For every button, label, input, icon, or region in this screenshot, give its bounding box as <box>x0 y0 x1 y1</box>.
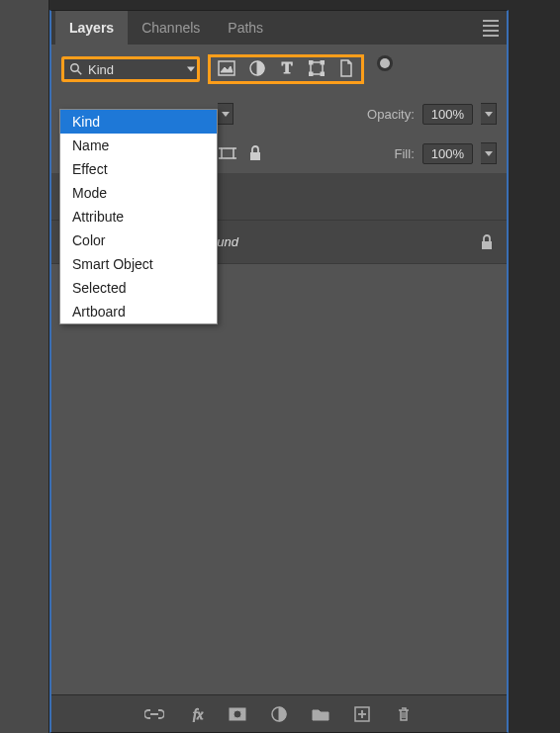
tab-paths[interactable]: Paths <box>214 11 277 45</box>
filter-option-kind[interactable]: Kind <box>60 110 217 134</box>
filter-kind-icons: T <box>208 54 364 84</box>
filter-type-menu: Kind Name Effect Mode Attribute Color Sm… <box>59 109 218 324</box>
svg-rect-11 <box>222 148 233 158</box>
type-icon[interactable]: T <box>279 60 295 79</box>
svg-rect-9 <box>309 72 313 76</box>
opacity-label: Opacity: <box>367 107 415 122</box>
svg-marker-3 <box>221 66 233 72</box>
filter-toggle-switch[interactable] <box>380 58 390 68</box>
svg-rect-17 <box>482 241 492 249</box>
search-icon <box>70 63 82 75</box>
chevron-down-icon <box>187 67 195 72</box>
svg-rect-8 <box>321 60 325 64</box>
filter-type-dropdown[interactable]: Kind <box>61 56 200 82</box>
filter-type-label: Kind <box>88 62 114 77</box>
svg-rect-2 <box>219 61 234 75</box>
left-panel-stub <box>0 0 49 733</box>
filter-option-artboard[interactable]: Artboard <box>60 300 217 323</box>
smartobject-icon[interactable] <box>338 59 354 80</box>
svg-point-0 <box>71 64 79 72</box>
svg-rect-10 <box>321 72 325 76</box>
filter-option-name[interactable]: Name <box>60 134 217 157</box>
filter-option-color[interactable]: Color <box>60 229 217 252</box>
filter-option-mode[interactable]: Mode <box>60 181 217 205</box>
tab-layers[interactable]: Layers <box>55 11 128 45</box>
panel-menu-button[interactable] <box>479 16 503 40</box>
filter-option-smart-object[interactable]: Smart Object <box>60 252 217 276</box>
svg-rect-16 <box>250 152 260 160</box>
opacity-chevron[interactable] <box>481 103 497 125</box>
lock-artboard-icon[interactable] <box>218 144 237 162</box>
lock-all-icon[interactable] <box>245 144 265 162</box>
layers-bottom-bar: fx <box>51 694 507 732</box>
delete-layer-icon[interactable] <box>394 704 414 724</box>
new-layer-icon[interactable] <box>352 704 372 724</box>
panel-tabs: Layers Channels Paths <box>51 11 507 45</box>
fill-label: Fill: <box>395 146 415 161</box>
svg-text:T: T <box>282 60 293 76</box>
blendmode-chevron[interactable] <box>218 103 233 125</box>
svg-line-1 <box>78 71 82 75</box>
shape-icon[interactable] <box>309 60 325 79</box>
filter-option-effect[interactable]: Effect <box>60 157 217 181</box>
link-layers-icon[interactable] <box>144 704 164 724</box>
svg-rect-7 <box>309 60 313 64</box>
layer-style-icon[interactable]: fx <box>186 704 206 724</box>
filter-option-selected[interactable]: Selected <box>60 276 217 300</box>
adjustment-icon[interactable] <box>249 60 265 79</box>
adjustment-layer-icon[interactable] <box>269 704 289 724</box>
new-group-icon[interactable] <box>311 704 330 724</box>
layers-panel: Layers Channels Paths Kind T <box>49 10 509 733</box>
fill-chevron[interactable] <box>481 142 497 164</box>
tab-channels[interactable]: Channels <box>128 11 214 45</box>
image-icon[interactable] <box>218 60 235 79</box>
svg-point-20 <box>233 710 241 718</box>
svg-text:fx: fx <box>193 707 204 722</box>
filter-row: Kind T <box>51 45 507 94</box>
filter-option-attribute[interactable]: Attribute <box>60 205 217 229</box>
layer-mask-icon[interactable] <box>228 704 247 724</box>
opacity-value[interactable]: 100% <box>422 104 473 125</box>
fill-value[interactable]: 100% <box>422 143 473 164</box>
lock-icon[interactable] <box>477 232 497 252</box>
